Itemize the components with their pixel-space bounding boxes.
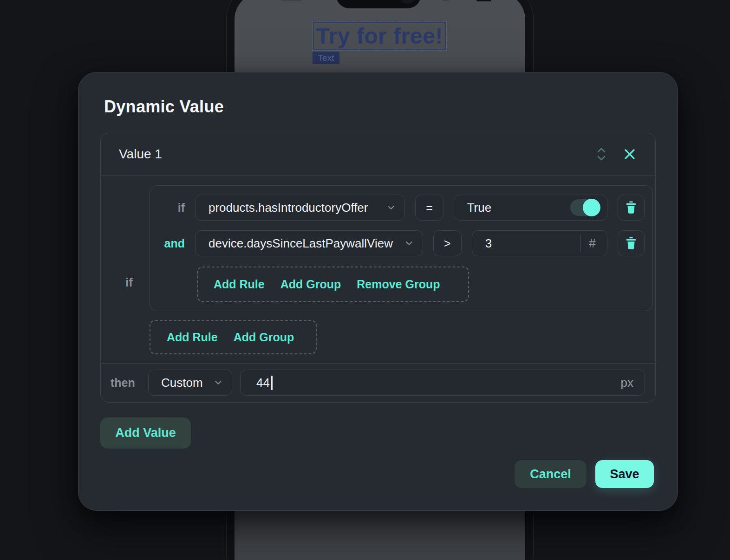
number-value-text: 3 — [485, 236, 492, 251]
rule-conjunction-label: and — [158, 237, 185, 250]
value-card-header: Value 1 — [101, 133, 655, 176]
add-rule-button[interactable]: Add Rule — [167, 331, 218, 344]
then-row: then Custom 44 px — [101, 363, 655, 402]
remove-group-button[interactable]: Remove Group — [357, 278, 440, 291]
variable-select[interactable]: products.hasIntroductoryOffer — [195, 195, 405, 221]
add-rule-button[interactable]: Add Rule — [214, 278, 265, 291]
toggle-knob — [583, 199, 600, 216]
unit-label: px — [621, 376, 633, 390]
reorder-value-button[interactable] — [594, 145, 608, 163]
value-type-selected: Custom — [161, 376, 203, 390]
save-button[interactable]: Save — [595, 460, 654, 488]
chevron-up-down-icon — [596, 147, 606, 161]
group-actions: Add Rule Add Group Remove Group — [197, 267, 469, 302]
status-time — [281, 0, 302, 0]
canvas-button-text: Try for free! — [316, 23, 443, 49]
remove-value-button[interactable] — [622, 147, 637, 162]
number-value-input[interactable]: 3 # — [472, 230, 607, 256]
rule-row: and device.daysSinceLastPaywallView > 3 … — [158, 230, 645, 256]
custom-value-input[interactable]: 44 px — [240, 370, 645, 396]
divider — [580, 234, 580, 252]
rule-row: if products.hasIntroductoryOffer = True — [158, 195, 645, 221]
operator-button[interactable]: = — [415, 195, 443, 221]
number-type-icon: # — [589, 236, 596, 251]
chevron-down-icon — [387, 203, 395, 212]
custom-value-text: 44 — [256, 376, 270, 390]
add-value-button[interactable]: Add Value — [100, 417, 191, 449]
battery-icon — [476, 0, 491, 1]
element-type-badge: Text — [313, 52, 339, 64]
rule-conjunction-label: if — [158, 201, 185, 215]
variable-select-value: products.hasIntroductoryOffer — [209, 201, 368, 215]
rule-group: if products.hasIntroductoryOffer = True — [150, 185, 653, 311]
text-cursor — [271, 376, 273, 390]
delete-rule-button[interactable] — [618, 195, 645, 221]
trash-icon — [625, 237, 637, 250]
selected-canvas-element[interactable]: Try for free! — [313, 22, 446, 50]
outer-actions: Add Rule Add Group — [150, 320, 317, 354]
boolean-value-label: True — [467, 201, 492, 215]
camera-icon — [399, 0, 416, 4]
cancel-button[interactable]: Cancel — [515, 460, 587, 488]
then-label: then — [111, 376, 138, 390]
chevron-down-icon — [405, 239, 413, 247]
variable-select-value: device.daysSinceLastPaywallView — [209, 236, 393, 251]
close-icon — [624, 149, 635, 160]
phone-notch — [336, 0, 421, 8]
signal-icon — [443, 0, 450, 0]
add-group-button[interactable]: Add Group — [234, 331, 294, 344]
value-card: Value 1 if if — [100, 133, 656, 403]
boolean-toggle[interactable] — [570, 199, 600, 216]
variable-select[interactable]: device.daysSinceLastPaywallView — [195, 230, 423, 256]
rules-section: if if products.hasIntroductoryOffer = Tr… — [101, 176, 655, 363]
modal-title: Dynamic Value — [104, 97, 678, 117]
value-type-select[interactable]: Custom — [148, 370, 232, 396]
group-if-label: if — [117, 275, 141, 290]
trash-icon — [625, 201, 637, 214]
dynamic-value-modal: Dynamic Value Value 1 if — [78, 72, 678, 511]
modal-footer: Cancel Save — [78, 460, 678, 488]
delete-rule-button[interactable] — [618, 230, 645, 256]
operator-button[interactable]: > — [433, 230, 462, 256]
boolean-value-field: True — [454, 195, 607, 221]
chevron-down-icon — [214, 378, 222, 387]
value-card-title: Value 1 — [119, 147, 162, 162]
add-group-button[interactable]: Add Group — [280, 278, 341, 291]
